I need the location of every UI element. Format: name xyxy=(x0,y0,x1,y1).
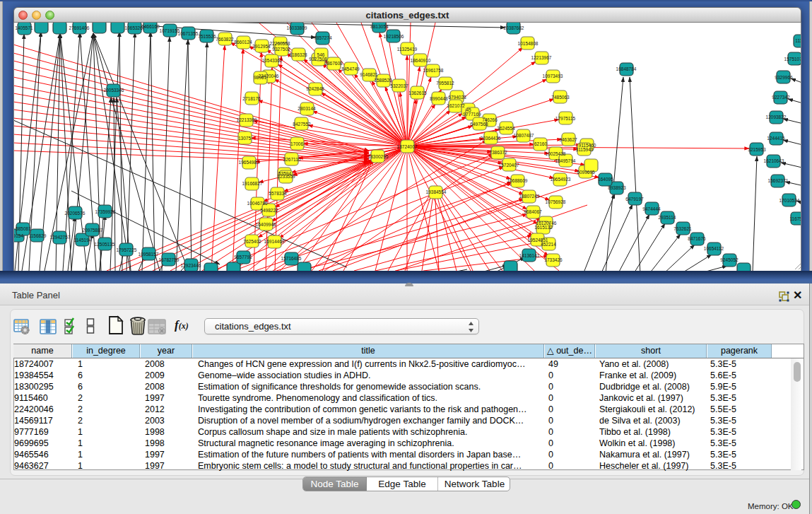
svg-text:10688609: 10688609 xyxy=(507,178,528,183)
svg-text:19218506: 19218506 xyxy=(384,34,404,39)
svg-text:2718176: 2718176 xyxy=(242,96,261,101)
svg-text:9327502: 9327502 xyxy=(272,47,290,52)
svg-text:9684067: 9684067 xyxy=(524,209,542,214)
svg-text:6466160: 6466160 xyxy=(141,24,160,29)
svg-text:10025438: 10025438 xyxy=(546,151,566,156)
svg-text:9474444: 9474444 xyxy=(642,206,661,211)
svg-text:9329966: 9329966 xyxy=(775,75,793,80)
svg-text:20975887: 20975887 xyxy=(83,228,103,233)
svg-text:9227342: 9227342 xyxy=(772,95,790,100)
svg-text:1112: 1112 xyxy=(795,38,801,43)
svg-text:10671355: 10671355 xyxy=(178,31,199,36)
svg-text:12942757: 12942757 xyxy=(50,235,71,240)
svg-text:1733426: 1733426 xyxy=(544,257,563,262)
svg-text:9777169: 9777169 xyxy=(463,112,481,117)
svg-text:20206576: 20206576 xyxy=(65,211,86,216)
svg-text:5322037: 5322037 xyxy=(390,83,408,88)
svg-text:8454749: 8454749 xyxy=(341,66,360,71)
svg-text:18807249: 18807249 xyxy=(519,194,540,199)
svg-text:62160: 62160 xyxy=(534,141,547,146)
svg-text:10973493: 10973493 xyxy=(543,74,563,78)
svg-text:585081: 585081 xyxy=(16,226,31,231)
svg-text:18640910: 18640910 xyxy=(411,58,431,63)
svg-text:19384554: 19384554 xyxy=(426,189,447,194)
svg-text:10958157: 10958157 xyxy=(139,252,159,257)
svg-text:1588520: 1588520 xyxy=(374,78,392,83)
svg-text:3115943: 3115943 xyxy=(576,147,594,152)
svg-text:9657791: 9657791 xyxy=(234,255,252,259)
svg-text:5498222: 5498222 xyxy=(260,208,278,213)
svg-text:11325419: 11325419 xyxy=(397,47,418,52)
svg-text:17359928: 17359928 xyxy=(95,209,116,214)
svg-text:17975115: 17975115 xyxy=(555,116,576,121)
svg-text:8938923: 8938923 xyxy=(608,185,626,190)
svg-text:7386372: 7386372 xyxy=(489,150,507,155)
svg-text:8471676: 8471676 xyxy=(688,236,706,241)
svg-text:1621072: 1621072 xyxy=(447,103,465,108)
svg-text:10719155: 10719155 xyxy=(160,28,180,33)
svg-text:16409948: 16409948 xyxy=(256,222,276,227)
svg-text:12923446: 12923446 xyxy=(181,263,201,268)
svg-text:8813054: 8813054 xyxy=(370,24,389,29)
svg-text:7485063: 7485063 xyxy=(551,95,570,100)
svg-text:12505135: 12505135 xyxy=(95,242,115,247)
svg-text:17006: 17006 xyxy=(290,141,303,146)
svg-text:10654112: 10654112 xyxy=(704,246,724,251)
svg-text:15751074: 15751074 xyxy=(784,57,801,62)
svg-text:18724007: 18724007 xyxy=(397,144,418,149)
svg-text:9146821: 9146821 xyxy=(360,72,378,77)
svg-text:8990448: 8990448 xyxy=(430,96,448,101)
svg-text:17957225: 17957225 xyxy=(117,247,137,252)
svg-text:1145194: 1145194 xyxy=(74,238,92,243)
svg-text:39154: 39154 xyxy=(14,233,23,238)
svg-text:8660124: 8660124 xyxy=(234,40,252,45)
svg-text:546: 546 xyxy=(317,52,325,57)
svg-text:2935114: 2935114 xyxy=(659,215,676,220)
svg-text:7632621: 7632621 xyxy=(673,226,692,231)
svg-text:6497568: 6497568 xyxy=(470,122,488,127)
svg-text:20364436: 20364436 xyxy=(481,136,501,141)
svg-text:19654923: 19654923 xyxy=(551,177,571,182)
svg-text:14136141: 14136141 xyxy=(519,253,540,258)
svg-text:18495794: 18495794 xyxy=(555,158,576,163)
svg-text:10154808: 10154808 xyxy=(518,41,539,46)
svg-text:27691406: 27691406 xyxy=(69,25,90,30)
svg-text:15692371: 15692371 xyxy=(768,178,789,183)
svg-text:10046786: 10046786 xyxy=(247,201,268,206)
svg-text:1405571: 1405571 xyxy=(15,25,33,30)
svg-text:6099695: 6099695 xyxy=(577,170,595,175)
svg-text:2803144: 2803144 xyxy=(298,106,316,111)
svg-text:12213369: 12213369 xyxy=(237,117,257,122)
svg-text:7625402: 7625402 xyxy=(243,239,261,244)
svg-text:164095: 164095 xyxy=(598,177,613,182)
svg-text:16961758: 16961758 xyxy=(423,68,444,73)
svg-text:12213967: 12213967 xyxy=(531,55,552,60)
svg-text:16033809: 16033809 xyxy=(287,25,307,30)
svg-text:7515526: 7515526 xyxy=(198,34,216,39)
svg-text:9242848: 9242848 xyxy=(306,86,324,91)
svg-text:8186328: 8186328 xyxy=(289,52,307,57)
svg-text:19654983: 19654983 xyxy=(239,160,259,165)
svg-text:18300295: 18300295 xyxy=(368,154,389,159)
svg-text:9245052: 9245052 xyxy=(720,257,739,262)
svg-text:452214: 452214 xyxy=(541,242,556,247)
svg-text:17010534: 17010534 xyxy=(779,198,800,203)
svg-text:15716485: 15716485 xyxy=(281,256,302,261)
svg-text:8427552: 8427552 xyxy=(293,122,311,127)
svg-text:10756928: 10756928 xyxy=(546,199,566,204)
svg-text:13075: 13075 xyxy=(238,136,251,141)
svg-text:3267110: 3267110 xyxy=(283,157,301,162)
svg-text:9463627: 9463627 xyxy=(559,137,577,142)
svg-text:20053346: 20053346 xyxy=(104,88,124,93)
svg-text:6794028: 6794028 xyxy=(448,95,466,100)
svg-text:16210643: 16210643 xyxy=(764,158,784,163)
svg-text:10543362: 10543362 xyxy=(262,58,283,63)
svg-text:3912954: 3912954 xyxy=(252,44,271,49)
svg-text:15720407: 15720407 xyxy=(499,163,519,168)
svg-text:1233559: 1233559 xyxy=(277,174,295,179)
svg-text:16782759: 16782759 xyxy=(159,257,180,262)
svg-text:98961: 98961 xyxy=(254,75,266,80)
svg-text:3215953: 3215953 xyxy=(748,147,766,152)
svg-text:1244415: 1244415 xyxy=(767,136,785,141)
svg-text:12093822: 12093822 xyxy=(766,115,787,119)
